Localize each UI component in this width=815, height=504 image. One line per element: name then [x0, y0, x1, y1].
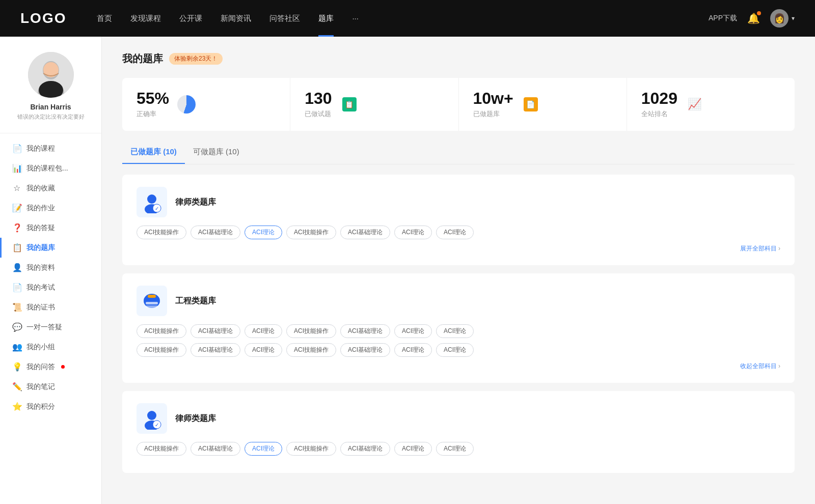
bell-icon[interactable]: 🔔: [747, 12, 760, 24]
sidebar-item-points[interactable]: ⭐ 我的积分: [0, 397, 101, 416]
tag-1b-0[interactable]: ACI技能操作: [137, 343, 186, 357]
courses-icon: 📄: [12, 144, 21, 153]
stat-accuracy: 55% 正确率: [122, 78, 290, 131]
tabs-row: 已做题库 (10) 可做题库 (10): [122, 143, 795, 164]
nav-links: 首页 发现课程 公开课 新闻资讯 问答社区 题库 ···: [97, 14, 709, 23]
stat-rank: 1029 全站排名 📈: [627, 78, 795, 131]
sidebar-item-label: 我的笔记: [26, 382, 55, 391]
collapse-link-1[interactable]: 收起全部科目 ›: [137, 362, 780, 371]
bank-title-2: 律师类题库: [175, 413, 216, 424]
questions-icon: ❓: [12, 223, 21, 233]
sidebar-item-label: 我的资料: [26, 263, 55, 272]
sidebar-item-notes[interactable]: ✏️ 我的笔记: [0, 377, 101, 397]
bank-title-0: 律师类题库: [175, 197, 216, 208]
sidebar-item-courses[interactable]: 📄 我的课程: [0, 138, 101, 158]
nav-qa[interactable]: 问答社区: [269, 14, 300, 23]
tag-1a-2[interactable]: ACI理论: [244, 324, 282, 338]
tag-0-4[interactable]: ACI基础理论: [340, 226, 390, 239]
tag-1b-3[interactable]: ACI技能操作: [286, 343, 336, 357]
stat-rank-label: 全站排名: [641, 109, 677, 119]
sidebar-item-my-qa[interactable]: 💡 我的问答: [0, 357, 101, 377]
trial-badge: 体验剩余23天！: [169, 53, 223, 65]
nav-news[interactable]: 新闻资讯: [221, 14, 251, 23]
doc-teal-icon: 📋: [339, 94, 360, 115]
tag-1a-0[interactable]: ACI技能操作: [137, 324, 186, 338]
svg-text:✓: ✓: [155, 206, 159, 211]
tag-1b-2[interactable]: ACI理论: [244, 343, 282, 357]
stat-done-banks-value: 10w+: [473, 90, 513, 106]
sidebar-item-exam[interactable]: 📄 我的考试: [0, 277, 101, 297]
svg-point-5: [147, 194, 156, 204]
expand-link-0[interactable]: 展开全部科目 ›: [137, 244, 780, 253]
tag-0-6[interactable]: ACI理论: [436, 226, 474, 239]
profile-avatar: [28, 52, 74, 98]
sidebar-item-group[interactable]: 👥 我的小组: [0, 337, 101, 357]
certificate-icon: 📜: [12, 302, 21, 312]
tag-0-3[interactable]: ACI技能操作: [286, 226, 336, 239]
tag-0-1[interactable]: ACI基础理论: [191, 226, 240, 239]
sidebar-item-favorites[interactable]: ☆ 我的收藏: [0, 178, 101, 198]
tag-2-5[interactable]: ACI理论: [394, 442, 432, 456]
sidebar-item-label: 我的答疑: [26, 223, 55, 233]
user-avatar-button[interactable]: 👩 ▾: [770, 9, 795, 27]
sidebar-item-questions[interactable]: ❓ 我的答疑: [0, 218, 101, 238]
svg-point-13: [147, 411, 156, 420]
bank-icon-2: ✓: [137, 403, 167, 434]
tag-1b-1[interactable]: ACI基础理论: [191, 343, 240, 357]
page-header: 我的题库 体验剩余23天！: [122, 52, 795, 66]
sidebar-item-question-bank[interactable]: 📋 我的题库: [0, 238, 101, 258]
sidebar-item-label: 我的积分: [26, 402, 55, 411]
tag-1b-5[interactable]: ACI理论: [394, 343, 432, 357]
stat-done-banks: 10w+ 已做题库 📄: [459, 78, 627, 131]
tag-1a-1[interactable]: ACI基础理论: [191, 324, 240, 338]
tag-2-4[interactable]: ACI基础理论: [340, 442, 390, 456]
stat-accuracy-value: 55%: [137, 90, 169, 106]
tag-2-6[interactable]: ACI理论: [436, 442, 474, 456]
sidebar-item-homework[interactable]: 📝 我的作业: [0, 198, 101, 218]
sidebar-item-profile-data[interactable]: 👤 我的资料: [0, 258, 101, 277]
nav-home[interactable]: 首页: [97, 14, 112, 23]
tag-2-3[interactable]: ACI技能操作: [286, 442, 336, 456]
nav-discover[interactable]: 发现课程: [130, 14, 161, 23]
question-bank-icon: 📋: [12, 243, 21, 253]
exam-icon: 📄: [12, 283, 21, 292]
sidebar-item-label: 我的题库: [26, 243, 55, 253]
stats-row: 55% 正确率 130 已做试题 📋 10w+ 已做题库: [122, 78, 795, 131]
nav-opencourse[interactable]: 公开课: [179, 14, 202, 23]
sidebar-item-certificate[interactable]: 📜 我的证书: [0, 297, 101, 317]
nav-more[interactable]: ···: [352, 14, 359, 23]
tag-2-0[interactable]: ACI技能操作: [137, 442, 186, 456]
sidebar-item-label: 我的收藏: [26, 184, 55, 193]
stat-accuracy-label: 正确率: [137, 109, 169, 119]
navbar: LOGO 首页 发现课程 公开课 新闻资讯 问答社区 题库 ··· APP下载 …: [0, 0, 815, 37]
sidebar-menu: 📄 我的课程 📊 我的课程包... ☆ 我的收藏 📝 我的作业 ❓ 我的答疑 📋: [0, 138, 101, 416]
sidebar: Brian Harris 错误的决定比没有决定要好 📄 我的课程 📊 我的课程包…: [0, 37, 102, 504]
tag-2-2[interactable]: ACI理论: [244, 442, 282, 456]
tag-0-2[interactable]: ACI理论: [244, 226, 282, 239]
tab-done-banks[interactable]: 已做题库 (10): [122, 143, 185, 164]
app-download[interactable]: APP下载: [709, 14, 737, 23]
bank-title-1: 工程类题库: [175, 296, 216, 306]
accuracy-chart-icon: [176, 94, 197, 115]
tag-1a-4[interactable]: ACI基础理论: [340, 324, 390, 338]
bank-header-0: ✓ 律师类题库: [137, 187, 780, 217]
bank-section-2: ✓ 律师类题库 ACI技能操作 ACI基础理论 ACI理论 ACI技能操作 AC…: [122, 391, 795, 473]
tag-2-1[interactable]: ACI基础理论: [191, 442, 240, 456]
svg-rect-11: [146, 302, 158, 304]
sidebar-item-1on1[interactable]: 💬 一对一答疑: [0, 317, 101, 337]
tags-row-1a: ACI技能操作 ACI基础理论 ACI理论 ACI技能操作 ACI基础理论 AC…: [137, 324, 780, 338]
tag-1a-6[interactable]: ACI理论: [436, 324, 474, 338]
tags-row-2: ACI技能操作 ACI基础理论 ACI理论 ACI技能操作 ACI基础理论 AC…: [137, 442, 780, 456]
tab-available-banks[interactable]: 可做题库 (10): [185, 143, 248, 164]
homework-icon: 📝: [12, 203, 21, 213]
doc-orange-icon: 📄: [521, 94, 541, 115]
tag-0-5[interactable]: ACI理论: [394, 226, 432, 239]
nav-questionbank[interactable]: 题库: [318, 14, 334, 23]
tag-0-0[interactable]: ACI技能操作: [137, 226, 186, 239]
tag-1a-3[interactable]: ACI技能操作: [286, 324, 336, 338]
notes-icon: ✏️: [12, 382, 21, 391]
tag-1a-5[interactable]: ACI理论: [394, 324, 432, 338]
sidebar-item-course-package[interactable]: 📊 我的课程包...: [0, 158, 101, 178]
tag-1b-6[interactable]: ACI理论: [436, 343, 474, 357]
tag-1b-4[interactable]: ACI基础理论: [340, 343, 390, 357]
